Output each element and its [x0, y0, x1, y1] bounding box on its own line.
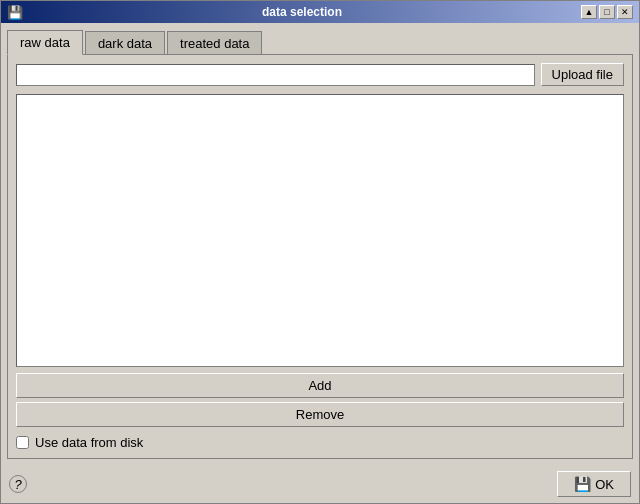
use-data-from-disk-checkbox[interactable] [16, 436, 29, 449]
title-bar: 💾 data selection ▲ □ ✕ [1, 1, 639, 23]
file-row: Upload file [16, 63, 624, 86]
remove-button[interactable]: Remove [16, 402, 624, 427]
title-bar-controls: ▲ □ ✕ [581, 5, 633, 19]
window-title: data selection [23, 5, 581, 19]
window-icon: 💾 [7, 4, 23, 20]
help-button[interactable]: ? [9, 475, 27, 493]
tab-treated-data[interactable]: treated data [167, 31, 262, 55]
ok-button[interactable]: 💾 OK [557, 471, 631, 497]
add-button[interactable]: Add [16, 373, 624, 398]
restore-button[interactable]: □ [599, 5, 615, 19]
ok-button-label: OK [595, 477, 614, 492]
file-list [16, 94, 624, 367]
main-window: 💾 data selection ▲ □ ✕ raw data dark dat… [0, 0, 640, 504]
file-path-input[interactable] [16, 64, 535, 86]
close-button[interactable]: ✕ [617, 5, 633, 19]
window-content: raw data dark data treated data Upload f… [1, 23, 639, 465]
checkbox-row: Use data from disk [16, 435, 624, 450]
tab-content: Upload file Add Remove Use data from dis… [7, 54, 633, 459]
upload-file-button[interactable]: Upload file [541, 63, 624, 86]
tab-raw-data-label: raw data [20, 35, 70, 50]
bottom-bar: ? 💾 OK [1, 465, 639, 503]
tab-treated-data-label: treated data [180, 36, 249, 51]
use-data-from-disk-label: Use data from disk [35, 435, 143, 450]
tab-raw-data[interactable]: raw data [7, 30, 83, 55]
ok-disk-icon: 💾 [574, 476, 591, 492]
minimize-button[interactable]: ▲ [581, 5, 597, 19]
tab-dark-data[interactable]: dark data [85, 31, 165, 55]
tab-dark-data-label: dark data [98, 36, 152, 51]
tab-bar: raw data dark data treated data [7, 29, 633, 54]
